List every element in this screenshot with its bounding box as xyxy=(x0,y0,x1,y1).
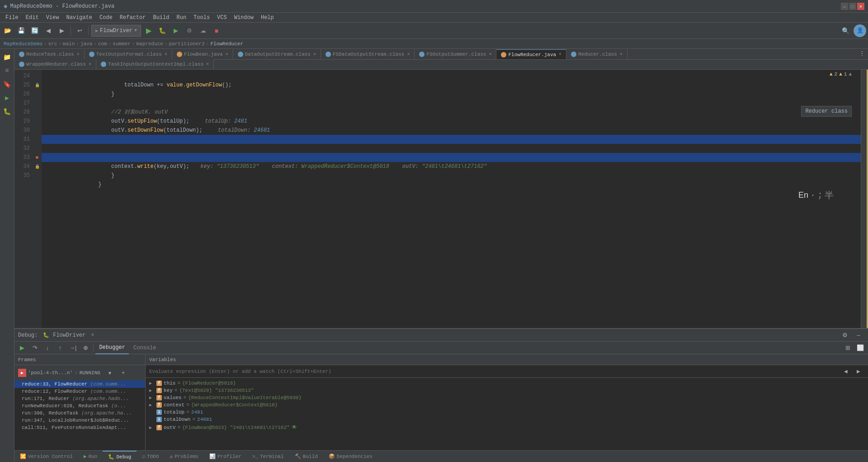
sidebar-bookmark-icon[interactable]: 🔖 xyxy=(1,78,14,90)
tab-fsdataoutputstream[interactable]: FSDataOutputStream.class × xyxy=(321,49,415,59)
sidebar-structure-icon[interactable]: ≡ xyxy=(1,64,14,77)
subtab-taskinputoutput[interactable]: TaskInputOutputContextImpl.class × xyxy=(96,59,214,69)
user-avatar[interactable]: 👤 xyxy=(854,24,866,37)
right-scrollbar[interactable] xyxy=(861,70,868,328)
breadcrumb-item-mapreduce[interactable]: mapreduce xyxy=(137,41,163,47)
menu-item-view[interactable]: View xyxy=(42,13,63,23)
frame-item-0[interactable]: reduce:33, FlowReducer (com.summ... xyxy=(14,381,145,388)
frame-thread[interactable]: ▶ 'pool-4-th...n' : RUNNING ▼ + xyxy=(14,365,145,381)
tab-textoutputformat[interactable]: TextOutputFormat.class × xyxy=(85,49,172,59)
subtab-close-taskinputoutput[interactable]: × xyxy=(206,62,209,67)
bottom-tab-debug[interactable]: 🐛 Debug xyxy=(103,451,137,462)
subtab-wrappedreducer[interactable]: WrappedReducer.class × xyxy=(14,59,96,69)
tab-reducetask[interactable]: ReduceTask.class × xyxy=(14,49,85,59)
menu-item-window[interactable]: Window xyxy=(231,13,257,23)
close-button[interactable]: × xyxy=(857,3,864,10)
config-dropdown[interactable]: ▶ FlowDriver ▼ xyxy=(91,25,141,37)
thread-add-btn[interactable]: + xyxy=(118,367,129,379)
minimize-button[interactable]: – xyxy=(841,3,848,10)
menu-item-run[interactable]: Run xyxy=(173,13,190,23)
eval-input[interactable] xyxy=(149,369,840,374)
code-line-26[interactable] xyxy=(42,90,861,99)
debug-resume-btn[interactable]: ▶ xyxy=(16,342,28,354)
var-item-this[interactable]: ▶ f this = {FlowReducer@5016} xyxy=(146,380,868,387)
debug-evaluate-btn[interactable]: ⊕ xyxy=(80,342,91,354)
code-line-24[interactable]: totalDown += value.getDownFlow(); xyxy=(42,71,861,81)
breadcrumb-item-src[interactable]: src xyxy=(48,41,57,47)
bottom-tab-terminal[interactable]: >_ Terminal xyxy=(247,451,289,462)
var-item-totaldown[interactable]: ▶ i totalDown = 24681 xyxy=(146,416,868,423)
code-line-28[interactable]: outV.setUpFlow(totalUp); totalUp: 2481 xyxy=(42,108,861,117)
var-item-key[interactable]: ▶ f key = {Text@5029} "13736230513" xyxy=(146,387,868,394)
tab-flowbean[interactable]: FlowBean.java × xyxy=(172,49,233,59)
bottom-tab-build[interactable]: 🔨 Build xyxy=(289,451,323,462)
debug-minimize-btn[interactable]: – xyxy=(853,329,864,341)
code-line-34[interactable]: } xyxy=(42,162,861,171)
code-line-27[interactable]: //2 封装outK. outV xyxy=(42,99,861,108)
tabs-menu-button[interactable]: ⋮ xyxy=(856,49,868,59)
debug-restore-btn[interactable]: ⬜ xyxy=(854,342,866,354)
var-expand-values[interactable]: ▶ xyxy=(149,395,155,400)
toolbar-open-button[interactable]: 📂 xyxy=(2,25,14,37)
tab-close-flowreducer[interactable]: × xyxy=(559,52,561,57)
subtab-close-wrappedreducer[interactable]: × xyxy=(89,62,91,67)
var-item-context[interactable]: ▶ f context = {WrappedReducer$Context@50… xyxy=(146,401,868,409)
debug-step-into-btn[interactable]: ↓ xyxy=(42,342,53,354)
toolbar-forward-button[interactable]: ▶ xyxy=(56,25,68,37)
debug-config-close[interactable]: × xyxy=(91,332,94,338)
code-col[interactable]: totalDown += value.getDownFlow(); } //2 … xyxy=(42,70,861,328)
stop-button[interactable]: ■ xyxy=(211,25,222,37)
menu-item-code[interactable]: Code xyxy=(96,13,116,23)
tab-close-textoutputformat[interactable]: × xyxy=(165,52,167,57)
bottom-tab-versioncontrol[interactable]: 🔀 Version Control xyxy=(14,451,78,462)
code-line-29[interactable]: outV.setDownFlow(totalDown); totalDown: … xyxy=(42,117,861,126)
thread-filter-btn[interactable]: ▼ xyxy=(104,367,116,379)
toolbar-undo-button[interactable]: ↩ xyxy=(74,25,85,37)
breadcrumb-item-main[interactable]: main xyxy=(63,41,75,47)
profile-button[interactable]: ☁ xyxy=(197,25,209,37)
debug-step-over-btn[interactable]: ↷ xyxy=(29,342,41,354)
debug-button[interactable]: 🐛 xyxy=(156,25,168,37)
tab-fsoutputsummer[interactable]: FSOutputSummer.class × xyxy=(415,49,496,59)
menu-item-tools[interactable]: Tools xyxy=(190,13,213,23)
eval-prev-btn[interactable]: ◀ xyxy=(840,366,852,377)
frame-item-4[interactable]: run:390, ReduceTask (org.apache.ha... xyxy=(14,410,145,417)
coverage-button[interactable]: ⚙ xyxy=(184,25,195,37)
tab-close-reducer[interactable]: × xyxy=(620,52,623,57)
menu-item-file[interactable]: File xyxy=(2,13,22,23)
tab-close-fsdataoutputstream[interactable]: × xyxy=(407,52,410,57)
build-run-button[interactable]: ▶ xyxy=(170,25,182,37)
tab-flowreducer[interactable]: FlowReducer.java × xyxy=(496,49,566,59)
debug-run-to-cursor-btn[interactable]: →| xyxy=(67,342,79,354)
maximize-button[interactable]: □ xyxy=(849,3,856,10)
sidebar-debug-icon[interactable]: 🐛 xyxy=(1,105,14,118)
frame-item-6[interactable]: call:511, FveFutorsRunnableAdapt... xyxy=(14,424,145,431)
var-expand-key[interactable]: ▶ xyxy=(149,388,155,393)
debug-settings-btn[interactable]: ⚙ xyxy=(839,329,851,341)
debug-tab-debugger[interactable]: Debugger xyxy=(95,342,129,354)
debug-step-out-btn[interactable]: ↑ xyxy=(54,342,66,354)
sidebar-project-icon[interactable]: 📁 xyxy=(1,51,14,63)
code-line-33[interactable]: context.write(key,outV); key: "137362305… xyxy=(42,153,861,162)
frame-item-3[interactable]: runNewReducer:628, ReduceTask (o... xyxy=(14,402,145,410)
menu-item-help[interactable]: Help xyxy=(257,13,278,23)
breadcrumb-item-com[interactable]: com xyxy=(98,41,107,47)
bottom-tab-todo[interactable]: ☑ TODO xyxy=(137,451,164,462)
var-expand-outv[interactable]: ▶ xyxy=(149,425,155,430)
code-line-30[interactable]: outV.setSumFlow(); xyxy=(42,126,861,135)
debug-config-name[interactable]: FlowDriver xyxy=(53,332,85,338)
tab-reducer[interactable]: Reducer.class × xyxy=(566,49,627,59)
code-line-35[interactable]: } xyxy=(42,171,861,180)
menu-item-vcs[interactable]: VCS xyxy=(213,13,231,23)
sidebar-run-icon[interactable]: ▶ xyxy=(1,91,14,104)
tab-dataoutputstream[interactable]: DataOutputStream.class × xyxy=(233,49,321,59)
menu-item-build[interactable]: Build xyxy=(149,13,173,23)
tab-close-dataoutputstream[interactable]: × xyxy=(313,52,316,57)
tab-close-reducetask[interactable]: × xyxy=(77,52,80,57)
breadcrumb-item-flowreducer[interactable]: FlowReducer xyxy=(210,41,243,47)
bottom-tab-run[interactable]: ▶ Run xyxy=(78,451,103,462)
bottom-tab-dependencies[interactable]: 📦 Dependencies xyxy=(323,451,378,462)
menu-item-edit[interactable]: Edit xyxy=(22,13,42,23)
tab-close-fsoutputsummer[interactable]: × xyxy=(489,52,491,57)
menu-item-refactor[interactable]: Refactor xyxy=(116,13,150,23)
